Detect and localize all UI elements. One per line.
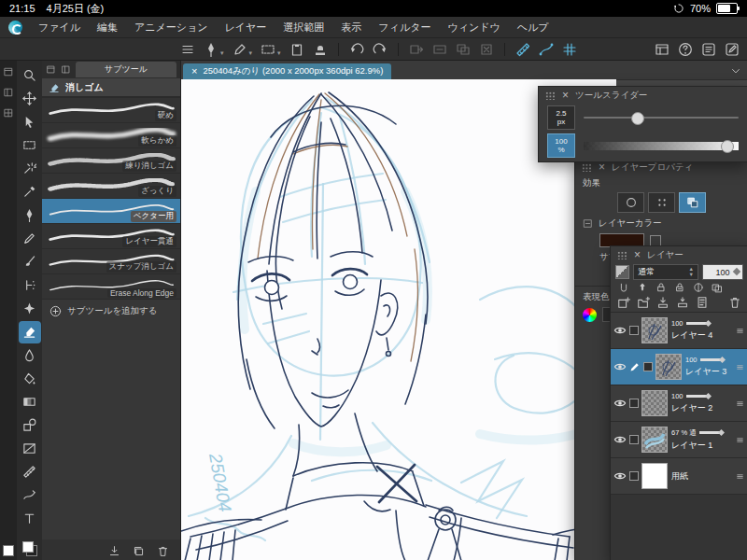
layer-row-0[interactable]: 100レイヤー 4 <box>611 313 747 349</box>
onion-skin-icon[interactable] <box>712 282 723 293</box>
tone-effect-icon[interactable] <box>648 192 675 213</box>
drag-handle-icon[interactable] <box>582 163 592 172</box>
visibility-eye-icon[interactable] <box>613 397 627 410</box>
layer-checkbox[interactable] <box>629 399 639 408</box>
menu-item-1[interactable]: 編集 <box>89 21 126 35</box>
blend-mode-select[interactable]: 通常 ▲▼ <box>633 264 698 280</box>
layer-menu-icon[interactable] <box>735 399 745 409</box>
layer-clip-icon[interactable] <box>618 282 629 293</box>
tab-close-icon[interactable]: × <box>191 66 197 77</box>
tool-decoration[interactable] <box>19 298 41 320</box>
tool-autoselect[interactable] <box>19 158 41 180</box>
visibility-eye-icon[interactable] <box>613 360 627 373</box>
layer-row-2[interactable]: 100レイヤー 2 <box>611 385 747 422</box>
slider-track[interactable] <box>584 139 739 153</box>
toolbar-pen-icon[interactable] <box>204 42 218 57</box>
toolbar-marker-icon[interactable] <box>233 42 247 57</box>
layer-thumbnail[interactable] <box>641 317 668 343</box>
tool-text[interactable] <box>19 508 41 530</box>
slider-value-badge[interactable]: 100% <box>547 133 575 158</box>
new-layer-icon[interactable] <box>617 296 630 309</box>
layer-thumbnail[interactable] <box>641 463 668 489</box>
slider-knob[interactable] <box>631 112 644 125</box>
clip-studio-logo-icon[interactable] <box>8 21 22 35</box>
delete-subtool-icon[interactable] <box>157 545 169 557</box>
subtool-item-3[interactable]: ざっくり <box>42 174 180 198</box>
close-icon[interactable]: × <box>634 249 641 260</box>
layer-checkbox[interactable] <box>643 362 653 371</box>
layer-color-effect-icon[interactable] <box>679 192 706 213</box>
canvas-tab[interactable]: × 250404みのり (2000 x 2000px 360dpi 62.9%) <box>183 63 391 79</box>
toolbar-snap-grid-icon[interactable] <box>562 42 577 57</box>
panel-collapse-chevron-icon[interactable] <box>730 65 741 77</box>
border-effect-icon[interactable] <box>617 192 644 213</box>
toolbar-memo-icon[interactable] <box>701 42 716 57</box>
visibility-eye-icon[interactable] <box>613 469 627 483</box>
layer-menu-icon[interactable] <box>735 326 745 336</box>
panel-dock-icon[interactable] <box>46 64 56 75</box>
subtool-tab[interactable]: サブツール <box>76 62 176 77</box>
slider-knob[interactable] <box>721 140 734 153</box>
toolbar-sel-d-icon[interactable] <box>479 42 494 57</box>
subtool-item-6[interactable]: スナップ消しゴム <box>42 249 180 273</box>
palette-dock-dock-b-icon[interactable] <box>3 87 14 98</box>
layer-menu-icon[interactable] <box>735 362 745 372</box>
menu-item-3[interactable]: レイヤー <box>217 21 275 35</box>
subtool-item-0[interactable]: 硬め <box>42 98 180 122</box>
new-folder-icon[interactable] <box>637 296 650 309</box>
toolbar-editbox-icon[interactable] <box>725 42 740 57</box>
color-settings-icon[interactable] <box>650 235 661 246</box>
layer-menu-icon[interactable] <box>735 471 745 482</box>
import-subtool-icon[interactable] <box>108 545 120 557</box>
toolbar-sel-b-icon[interactable] <box>432 42 447 57</box>
tool-pencil[interactable] <box>19 228 41 250</box>
toolbar-marquee-icon[interactable] <box>261 42 275 57</box>
toolbar-redo-icon[interactable] <box>373 42 388 57</box>
color-wheel-icon[interactable] <box>583 308 597 322</box>
tool-blend[interactable] <box>19 344 41 367</box>
layer-mask-icon[interactable] <box>693 282 704 293</box>
toolbar-stamp-icon[interactable] <box>313 42 328 57</box>
layer-thumbnail[interactable] <box>641 427 668 453</box>
alpha-lock-icon[interactable] <box>674 282 685 293</box>
visibility-eye-icon[interactable] <box>613 433 627 446</box>
toolbar-help-icon[interactable] <box>678 42 693 57</box>
subtool-item-5[interactable]: レイヤー貫通 <box>42 224 180 248</box>
subtool-item-1[interactable]: 軟らかめ <box>42 123 180 147</box>
tool-correct[interactable] <box>19 484 41 507</box>
layer-thumbnail[interactable] <box>641 390 668 416</box>
layer-opacity-slider[interactable]: 100 <box>702 264 743 280</box>
panel-list-icon[interactable] <box>61 64 71 75</box>
close-icon[interactable]: × <box>562 90 569 101</box>
tool-move[interactable] <box>19 88 41 110</box>
layer-thumbnail[interactable] <box>655 354 682 380</box>
menu-item-0[interactable]: ファイル <box>30 21 89 35</box>
subtool-item-2[interactable]: 練り消しゴム <box>42 148 180 173</box>
tool-figure[interactable] <box>19 414 41 437</box>
menu-item-5[interactable]: 表示 <box>332 21 370 35</box>
toolbar-snap-ruler-icon[interactable] <box>515 42 530 57</box>
visibility-eye-icon[interactable] <box>613 324 627 337</box>
tool-ruler[interactable] <box>19 461 41 483</box>
tool-airbrush[interactable] <box>19 274 41 297</box>
tool-gradient[interactable] <box>19 391 41 413</box>
toolbar-hamburger-icon[interactable] <box>180 42 195 57</box>
duplicate-subtool-icon[interactable] <box>133 545 145 557</box>
tool-select[interactable] <box>19 134 41 157</box>
slider-value-badge[interactable]: 2.5px <box>547 105 575 130</box>
menu-item-2[interactable]: アニメーション <box>126 21 217 35</box>
layer-pin-icon[interactable] <box>637 282 648 293</box>
tool-pen[interactable] <box>19 204 41 227</box>
layer-checkbox[interactable] <box>629 326 639 335</box>
layer-row-1[interactable]: 100レイヤー 3 <box>611 349 747 385</box>
layer-lock-icon[interactable] <box>655 282 667 293</box>
transfer-layer-icon[interactable] <box>656 296 669 309</box>
tool-eraser[interactable] <box>19 321 41 343</box>
toolbar-undo-icon[interactable] <box>349 42 364 57</box>
toolbar-sel-a-icon[interactable] <box>409 42 424 57</box>
tool-frame[interactable] <box>19 438 41 460</box>
layer-menu-icon[interactable] <box>735 435 745 445</box>
tool-brush[interactable] <box>19 251 41 273</box>
main-color-chip[interactable] <box>22 541 34 553</box>
layer-row-3[interactable]: 67 % 通レイヤー 1 <box>611 422 747 458</box>
